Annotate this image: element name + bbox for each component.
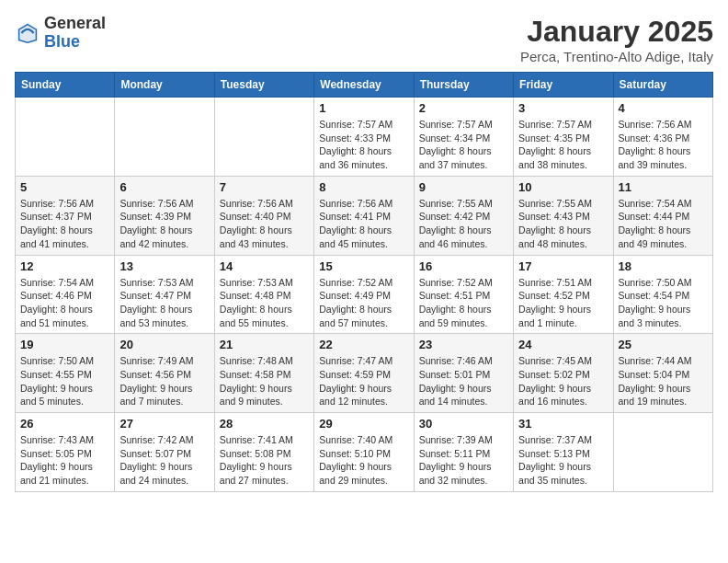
calendar-cell: 31Sunrise: 7:37 AM Sunset: 5:13 PM Dayli…	[514, 413, 613, 492]
calendar-cell: 19Sunrise: 7:50 AM Sunset: 4:55 PM Dayli…	[16, 334, 115, 413]
calendar-cell: 15Sunrise: 7:52 AM Sunset: 4:49 PM Dayli…	[314, 255, 414, 334]
day-number: 17	[518, 259, 608, 273]
day-info: Sunrise: 7:54 AM Sunset: 4:44 PM Dayligh…	[619, 197, 708, 251]
calendar-cell: 5Sunrise: 7:56 AM Sunset: 4:37 PM Daylig…	[16, 176, 115, 255]
day-number: 25	[619, 338, 708, 351]
day-number: 11	[619, 180, 708, 194]
day-number: 4	[619, 101, 708, 115]
day-info: Sunrise: 7:56 AM Sunset: 4:41 PM Dayligh…	[319, 197, 408, 251]
day-number: 1	[319, 101, 408, 115]
day-number: 27	[119, 417, 209, 431]
calendar-cell	[16, 98, 115, 177]
day-number: 6	[119, 180, 209, 194]
calendar-week-row: 19Sunrise: 7:50 AM Sunset: 4:55 PM Dayli…	[16, 334, 713, 413]
month-title: January 2025	[520, 15, 713, 49]
day-number: 30	[419, 417, 508, 431]
weekday-header: Saturday	[613, 73, 712, 98]
day-info: Sunrise: 7:57 AM Sunset: 4:33 PM Dayligh…	[319, 118, 408, 172]
day-number: 22	[319, 338, 408, 351]
weekday-header: Wednesday	[314, 73, 414, 98]
day-number: 13	[119, 259, 209, 273]
calendar-cell: 13Sunrise: 7:53 AM Sunset: 4:47 PM Dayli…	[115, 255, 214, 334]
day-number: 23	[419, 338, 508, 351]
calendar-cell: 16Sunrise: 7:52 AM Sunset: 4:51 PM Dayli…	[414, 255, 513, 334]
day-number: 21	[220, 338, 309, 351]
day-info: Sunrise: 7:55 AM Sunset: 4:42 PM Dayligh…	[419, 197, 508, 251]
calendar-cell: 29Sunrise: 7:40 AM Sunset: 5:10 PM Dayli…	[314, 413, 414, 492]
day-number: 24	[518, 338, 608, 351]
day-info: Sunrise: 7:44 AM Sunset: 5:04 PM Dayligh…	[619, 354, 708, 408]
day-info: Sunrise: 7:45 AM Sunset: 5:02 PM Dayligh…	[518, 354, 608, 408]
day-info: Sunrise: 7:39 AM Sunset: 5:11 PM Dayligh…	[419, 433, 508, 488]
day-number: 5	[20, 180, 109, 194]
calendar-cell: 25Sunrise: 7:44 AM Sunset: 5:04 PM Dayli…	[613, 334, 712, 413]
day-info: Sunrise: 7:56 AM Sunset: 4:37 PM Dayligh…	[20, 197, 109, 251]
day-number: 2	[419, 101, 508, 115]
calendar-cell: 17Sunrise: 7:51 AM Sunset: 4:52 PM Dayli…	[514, 255, 613, 334]
logo-icon	[15, 20, 40, 46]
calendar-cell	[613, 413, 712, 492]
day-info: Sunrise: 7:41 AM Sunset: 5:08 PM Dayligh…	[220, 433, 309, 488]
calendar-cell: 1Sunrise: 7:57 AM Sunset: 4:33 PM Daylig…	[314, 98, 414, 177]
day-info: Sunrise: 7:49 AM Sunset: 4:56 PM Dayligh…	[119, 354, 209, 408]
weekday-header: Friday	[514, 73, 613, 98]
day-number: 18	[619, 259, 708, 273]
calendar-cell: 2Sunrise: 7:57 AM Sunset: 4:34 PM Daylig…	[414, 98, 513, 177]
day-number: 15	[319, 259, 408, 273]
weekday-header: Thursday	[414, 73, 513, 98]
calendar-week-row: 5Sunrise: 7:56 AM Sunset: 4:37 PM Daylig…	[16, 176, 713, 255]
day-info: Sunrise: 7:56 AM Sunset: 4:36 PM Dayligh…	[619, 118, 708, 172]
day-number: 28	[220, 417, 309, 431]
day-info: Sunrise: 7:55 AM Sunset: 4:43 PM Dayligh…	[518, 197, 608, 251]
weekday-header: Sunday	[16, 73, 115, 98]
calendar-cell: 27Sunrise: 7:42 AM Sunset: 5:07 PM Dayli…	[115, 413, 214, 492]
day-info: Sunrise: 7:56 AM Sunset: 4:40 PM Dayligh…	[220, 197, 309, 251]
day-number: 3	[518, 101, 608, 115]
calendar-cell: 6Sunrise: 7:56 AM Sunset: 4:39 PM Daylig…	[115, 176, 214, 255]
day-info: Sunrise: 7:56 AM Sunset: 4:39 PM Dayligh…	[119, 197, 209, 251]
calendar-cell: 24Sunrise: 7:45 AM Sunset: 5:02 PM Dayli…	[514, 334, 613, 413]
day-info: Sunrise: 7:57 AM Sunset: 4:35 PM Dayligh…	[518, 118, 608, 172]
calendar-cell: 11Sunrise: 7:54 AM Sunset: 4:44 PM Dayli…	[613, 176, 712, 255]
calendar-cell: 3Sunrise: 7:57 AM Sunset: 4:35 PM Daylig…	[514, 98, 613, 177]
day-info: Sunrise: 7:50 AM Sunset: 4:55 PM Dayligh…	[20, 354, 109, 408]
day-info: Sunrise: 7:37 AM Sunset: 5:13 PM Dayligh…	[518, 433, 608, 488]
calendar-cell: 22Sunrise: 7:47 AM Sunset: 4:59 PM Dayli…	[314, 334, 414, 413]
title-block: January 2025 Perca, Trentino-Alto Adige,…	[520, 15, 713, 64]
day-info: Sunrise: 7:48 AM Sunset: 4:58 PM Dayligh…	[220, 354, 309, 408]
day-number: 8	[319, 180, 408, 194]
day-info: Sunrise: 7:47 AM Sunset: 4:59 PM Dayligh…	[319, 354, 408, 408]
calendar-week-row: 12Sunrise: 7:54 AM Sunset: 4:46 PM Dayli…	[16, 255, 713, 334]
calendar-cell: 28Sunrise: 7:41 AM Sunset: 5:08 PM Dayli…	[214, 413, 313, 492]
day-number: 14	[220, 259, 309, 273]
calendar-cell: 7Sunrise: 7:56 AM Sunset: 4:40 PM Daylig…	[214, 176, 313, 255]
calendar-cell	[115, 98, 214, 177]
day-info: Sunrise: 7:53 AM Sunset: 4:47 PM Dayligh…	[119, 276, 209, 330]
day-number: 9	[419, 180, 508, 194]
day-info: Sunrise: 7:54 AM Sunset: 4:46 PM Dayligh…	[20, 276, 109, 330]
day-info: Sunrise: 7:43 AM Sunset: 5:05 PM Dayligh…	[20, 433, 109, 488]
day-number: 7	[220, 180, 309, 194]
day-info: Sunrise: 7:40 AM Sunset: 5:10 PM Dayligh…	[319, 433, 408, 488]
logo-text: General Blue	[44, 15, 106, 52]
calendar-cell: 8Sunrise: 7:56 AM Sunset: 4:41 PM Daylig…	[314, 176, 414, 255]
weekday-header-row: SundayMondayTuesdayWednesdayThursdayFrid…	[16, 73, 713, 98]
day-number: 10	[518, 180, 608, 194]
location-subtitle: Perca, Trentino-Alto Adige, Italy	[520, 49, 713, 64]
day-info: Sunrise: 7:57 AM Sunset: 4:34 PM Dayligh…	[419, 118, 508, 172]
day-info: Sunrise: 7:50 AM Sunset: 4:54 PM Dayligh…	[619, 276, 708, 330]
day-info: Sunrise: 7:52 AM Sunset: 4:49 PM Dayligh…	[319, 276, 408, 330]
calendar-cell: 10Sunrise: 7:55 AM Sunset: 4:43 PM Dayli…	[514, 176, 613, 255]
logo: General Blue	[15, 15, 106, 52]
day-number: 19	[20, 338, 109, 351]
calendar-cell	[214, 98, 313, 177]
calendar-week-row: 1Sunrise: 7:57 AM Sunset: 4:33 PM Daylig…	[16, 98, 713, 177]
calendar-cell: 18Sunrise: 7:50 AM Sunset: 4:54 PM Dayli…	[613, 255, 712, 334]
weekday-header: Monday	[115, 73, 214, 98]
calendar-cell: 14Sunrise: 7:53 AM Sunset: 4:48 PM Dayli…	[214, 255, 313, 334]
day-number: 26	[20, 417, 109, 431]
day-info: Sunrise: 7:46 AM Sunset: 5:01 PM Dayligh…	[419, 354, 508, 408]
day-info: Sunrise: 7:53 AM Sunset: 4:48 PM Dayligh…	[220, 276, 309, 330]
day-info: Sunrise: 7:51 AM Sunset: 4:52 PM Dayligh…	[518, 276, 608, 330]
weekday-header: Tuesday	[214, 73, 313, 98]
